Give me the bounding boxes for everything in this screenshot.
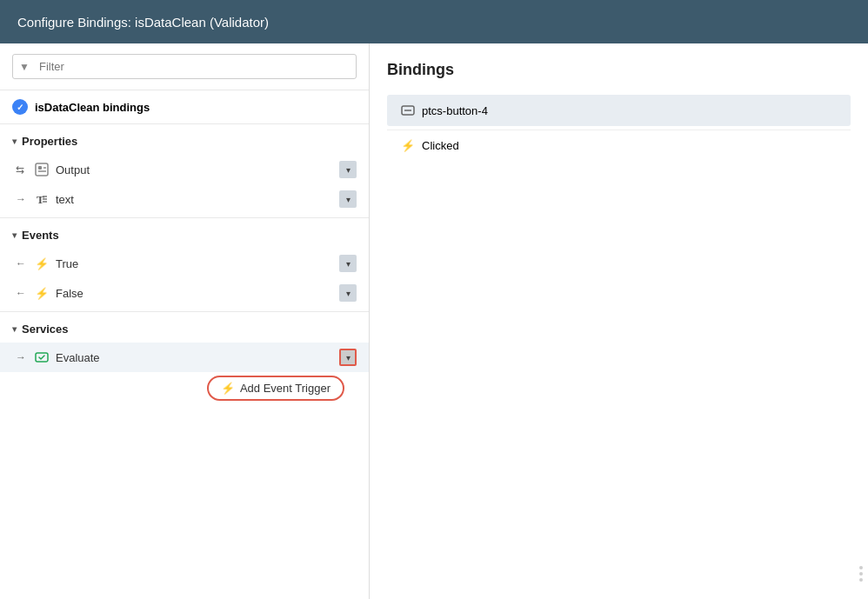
evaluate-service-icon — [35, 350, 49, 364]
services-label: Services — [22, 323, 69, 336]
bindings-header-label: isDataClean bindings — [35, 101, 150, 114]
filter-input[interactable] — [12, 54, 357, 79]
events-label: Events — [22, 229, 59, 242]
binding-event-label: Clicked — [422, 139, 459, 152]
binding-event-row[interactable]: ⚡ Clicked — [387, 130, 851, 161]
section-services[interactable]: ▾ Services — [0, 316, 369, 343]
evaluate-dropdown-btn[interactable]: ▾ — [339, 349, 357, 366]
binding-target-label: ptcs-button-4 — [422, 104, 488, 117]
true-label: True — [56, 257, 332, 270]
binding-target-row[interactable]: ptcs-button-4 — [387, 95, 851, 126]
clicked-bolt-icon: ⚡ — [401, 139, 415, 152]
check-icon: ✓ — [12, 99, 28, 115]
output-arrow-icon: ⇆ — [16, 163, 24, 176]
tree-item-text[interactable]: → T text ▾ — [0, 184, 369, 214]
title-bar: Configure Bindings: isDataClean (Validat… — [0, 0, 868, 43]
svg-rect-0 — [36, 163, 48, 176]
add-trigger-label: Add Event Trigger — [240, 382, 331, 395]
add-trigger-bolt-icon: ⚡ — [221, 382, 235, 395]
tree-container: ▾ Properties ⇆ Output ▾ → — [0, 124, 369, 599]
filter-wrapper: ▼ — [12, 54, 357, 79]
output-label: Output — [56, 163, 332, 176]
true-dropdown-btn[interactable]: ▾ — [339, 255, 357, 272]
false-arrow-icon: ← — [16, 287, 26, 299]
divider-2 — [0, 311, 369, 312]
false-label: False — [56, 287, 332, 300]
bindings-section-header: ✓ isDataClean bindings — [0, 90, 369, 124]
false-dropdown-btn[interactable]: ▾ — [339, 284, 357, 302]
title-text: Configure Bindings: isDataClean (Validat… — [17, 15, 269, 30]
false-bolt-icon: ⚡ — [35, 287, 49, 300]
output-dropdown-btn[interactable]: ▾ — [339, 161, 357, 178]
evaluate-label: Evaluate — [56, 351, 332, 364]
main-container: ▼ ✓ isDataClean bindings ▾ Properties ⇆ — [0, 43, 868, 599]
binding-target-icon — [401, 103, 415, 117]
filter-bar: ▼ — [0, 43, 369, 90]
right-panel: Bindings ptcs-button-4 ⚡ Clicked — [370, 43, 868, 599]
tree-item-false[interactable]: ← ⚡ False ▾ — [0, 278, 369, 308]
filter-icon: ▼ — [19, 61, 30, 73]
add-trigger-wrapper: ⚡ Add Event Trigger — [0, 372, 369, 409]
properties-label: Properties — [22, 135, 77, 148]
svg-rect-1 — [38, 166, 42, 170]
section-events[interactable]: ▾ Events — [0, 222, 369, 249]
section-properties[interactable]: ▾ Properties — [0, 128, 369, 155]
text-type-icon: T — [35, 192, 49, 206]
divider-1 — [0, 217, 369, 218]
true-bolt-icon: ⚡ — [35, 257, 49, 270]
output-component-icon — [35, 163, 49, 176]
tree-item-true[interactable]: ← ⚡ True ▾ — [0, 249, 369, 278]
true-arrow-icon: ← — [16, 257, 26, 270]
tree-item-evaluate[interactable]: → Evaluate ▾ — [0, 343, 369, 372]
evaluate-arrow-icon: → — [16, 351, 26, 363]
properties-chevron: ▾ — [12, 136, 17, 146]
bindings-title: Bindings — [387, 61, 851, 79]
services-chevron: ▾ — [12, 324, 17, 334]
text-label: text — [56, 193, 332, 206]
left-panel: ▼ ✓ isDataClean bindings ▾ Properties ⇆ — [0, 43, 370, 599]
text-arrow-icon: → — [16, 193, 26, 205]
text-dropdown-btn[interactable]: ▾ — [339, 190, 357, 208]
events-chevron: ▾ — [12, 230, 17, 240]
tree-item-output[interactable]: ⇆ Output ▾ — [0, 155, 369, 184]
add-event-trigger-button[interactable]: ⚡ Add Event Trigger — [207, 376, 344, 401]
